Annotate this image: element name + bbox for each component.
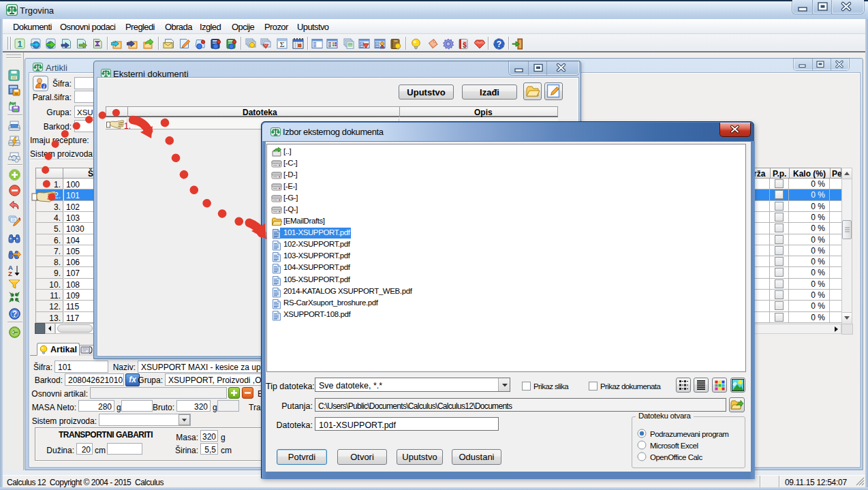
svg-text:Z: Z [8, 270, 12, 277]
svg-text:?: ? [497, 40, 501, 49]
svg-text:Σ: Σ [279, 40, 284, 48]
svg-text:?: ? [12, 309, 17, 319]
svg-text:$: $ [463, 42, 467, 49]
svg-text:1: 1 [17, 39, 22, 49]
